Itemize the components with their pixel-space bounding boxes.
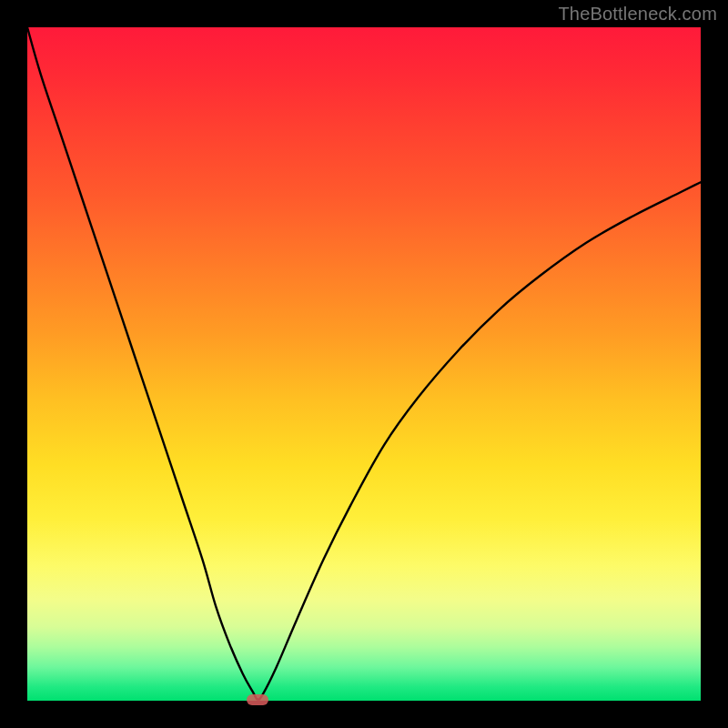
minimum-marker	[247, 694, 268, 705]
watermark-text: TheBottleneck.com	[558, 4, 717, 25]
chart-frame: TheBottleneck.com	[0, 0, 728, 728]
plot-area	[27, 27, 701, 701]
bottleneck-curve	[27, 27, 701, 701]
